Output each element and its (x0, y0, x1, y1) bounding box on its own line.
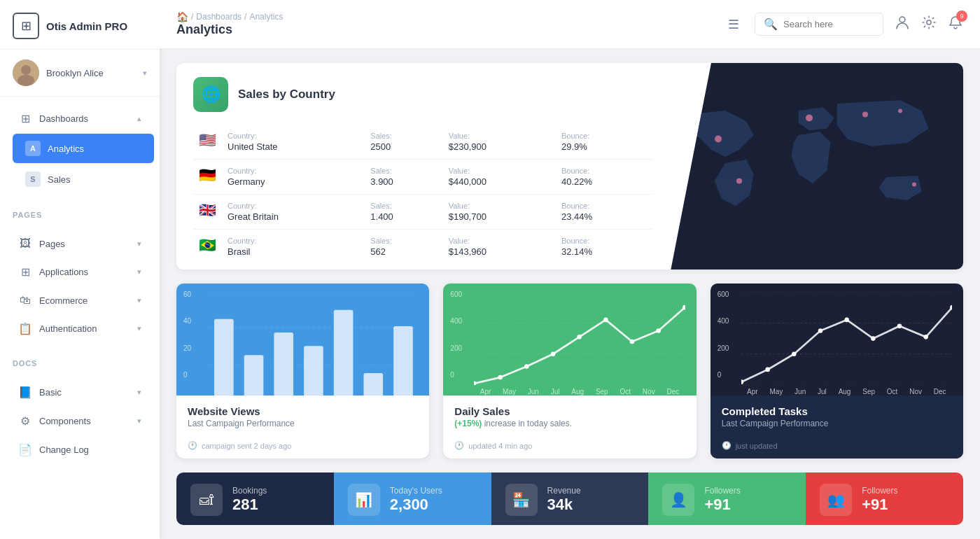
breadcrumb-path: 🏠 / Dashboards / Analytics (176, 11, 713, 22)
topbar: 🏠 / Dashboards / Analytics Analytics ☰ 🔍 (160, 0, 980, 49)
search-icon: 🔍 (764, 18, 778, 31)
sidebar-item-applications[interactable]: ⊞ Applications ▾ (6, 258, 154, 286)
x-label: Jul (551, 388, 560, 396)
svg-point-43 (844, 318, 848, 323)
applications-icon: ⊞ (18, 265, 32, 279)
x-label: Aug (839, 388, 851, 396)
settings-icon[interactable] (921, 15, 937, 34)
x-label: Oct (887, 388, 898, 396)
x-label: Sep (862, 388, 875, 396)
y-labels: 60 40 20 0 (183, 290, 191, 379)
stat-text: Revenue 34k (547, 486, 581, 514)
followers-icon: 👤 (662, 484, 694, 516)
stat-today-users: 📊 Today's Users 2,300 (334, 472, 491, 525)
stat-label: Followers (862, 486, 897, 496)
y-label: 0 (450, 371, 462, 379)
logo-text: Otis Admin PRO (46, 20, 127, 32)
y-label: 0 (718, 371, 729, 379)
x-label: Apr (480, 388, 491, 396)
country-table: 🇺🇸 Country: United State Sales: 2500 (193, 125, 652, 264)
sidebar-item-analytics-label: Analytics (48, 144, 84, 154)
clock-icon: 🕐 (188, 441, 197, 450)
svg-rect-17 (274, 332, 293, 400)
x-label: Oct (620, 388, 631, 396)
tasks-info: Completed Tasks Last Campaign Performanc… (710, 396, 963, 435)
flag-de: 🇩🇪 (199, 167, 216, 183)
label-value: Value: (449, 202, 550, 210)
x-label: May (769, 388, 783, 396)
svg-point-41 (792, 351, 796, 356)
user-profile-icon[interactable] (895, 15, 910, 34)
website-views-card: 60 40 20 0 (176, 284, 429, 458)
globe-icon: 🌐 (193, 77, 228, 112)
website-views-chart: 60 40 20 0 (176, 284, 429, 396)
pages-nav: 🖼 Pages ▾ ⊞ Applications ▾ 🛍 Ecommerce ▾… (0, 222, 160, 351)
sidebar-item-basic[interactable]: 📘 Basic ▾ (6, 379, 154, 406)
sidebar-item-pages[interactable]: 🖼 Pages ▾ (6, 230, 154, 257)
tasks-line-chart (741, 292, 952, 385)
sidebar: ⊞ Otis Admin PRO Brooklyn Alice ▾ ⊞ Dash… (0, 0, 160, 539)
completed-tasks-chart: 600 400 200 0 (710, 284, 963, 396)
authentication-icon: 📋 (18, 322, 32, 335)
bar-chart-svg (207, 292, 418, 400)
docs-section-label: DOCS (0, 351, 160, 370)
sidebar-item-dashboards-label: Dashboards (39, 113, 88, 124)
hamburger-button[interactable]: ☰ (724, 13, 743, 36)
stat-text: Today's Users 2,300 (390, 486, 442, 514)
x-label: Jul (818, 388, 827, 396)
user-section[interactable]: Brooklyn Alice ▾ (0, 50, 160, 97)
chevron-down-icon: ▾ (137, 239, 141, 248)
x-label: F (342, 403, 346, 411)
label-bounce: Bounce: (561, 132, 647, 140)
y-label: 0 (183, 371, 191, 379)
sidebar-logo: ⊞ Otis Admin PRO (0, 0, 160, 50)
sidebar-item-analytics[interactable]: A Analytics (13, 134, 154, 163)
svg-point-46 (923, 335, 927, 340)
search-input[interactable] (783, 19, 874, 29)
breadcrumb-current: Analytics (249, 12, 283, 22)
y-label: 20 (183, 344, 191, 352)
y-label: 600 (450, 290, 462, 298)
sidebar-item-dashboards[interactable]: ⊞ Dashboards ▴ (6, 105, 154, 132)
sales-by-country-card: 🌐 Sales by Country 🇺🇸 Country: United St… (176, 63, 963, 270)
pages-icon: 🖼 (18, 237, 32, 250)
label-country: Country: (227, 167, 359, 175)
stat-label: Today's Users (390, 486, 442, 496)
svg-point-3 (899, 17, 905, 22)
value-country: Brasil (227, 246, 359, 257)
breadcrumb-dashboards[interactable]: Dashboards (196, 12, 241, 22)
sidebar-item-ecommerce[interactable]: 🛍 Ecommerce ▾ (6, 287, 154, 314)
sidebar-item-authentication[interactable]: 📋 Authentication ▾ (6, 315, 154, 342)
sidebar-item-components[interactable]: ⚙ Components ▾ (6, 407, 154, 435)
svg-point-26 (474, 382, 476, 386)
label-sales: Sales: (370, 202, 437, 210)
y-labels: 600 400 200 0 (718, 290, 729, 379)
svg-point-9 (898, 109, 902, 113)
stats-row: 🛋 Bookings 281 📊 Today's Users 2,300 🏪 R… (176, 472, 963, 525)
y-label: 200 (718, 344, 729, 352)
label-sales: Sales: (370, 237, 437, 245)
x-label: T (312, 403, 316, 411)
dashboards-nav: ⊞ Dashboards ▴ A Analytics S Sales (0, 97, 160, 202)
label-value: Value: (449, 237, 550, 245)
clock-icon: 🕐 (722, 441, 732, 450)
y-label: 400 (450, 317, 462, 325)
chart-subtitle: Last Campaign Performance (722, 419, 952, 428)
svg-point-8 (862, 112, 868, 118)
y-label: 400 (718, 317, 729, 325)
analytics-badge: A (25, 141, 41, 156)
svg-rect-18 (304, 346, 323, 400)
label-value: Value: (449, 167, 550, 175)
stat-label: Revenue (547, 486, 581, 496)
notifications-icon[interactable]: 9 (948, 15, 963, 34)
sidebar-item-sales[interactable]: S Sales (13, 164, 154, 194)
stat-label: Bookings (232, 486, 267, 496)
x-label: Dec (934, 388, 946, 396)
sidebar-item-changelog[interactable]: 📄 Change Log (6, 436, 154, 463)
value-country: Germany (227, 176, 359, 187)
value-bounce: 29.9% (561, 141, 647, 152)
svg-point-33 (657, 328, 661, 333)
table-row: 🇺🇸 Country: United State Sales: 2500 (193, 125, 652, 160)
y-label: 600 (718, 290, 729, 298)
chart-subtitle: (+15%) increase in today sales. (454, 419, 685, 428)
